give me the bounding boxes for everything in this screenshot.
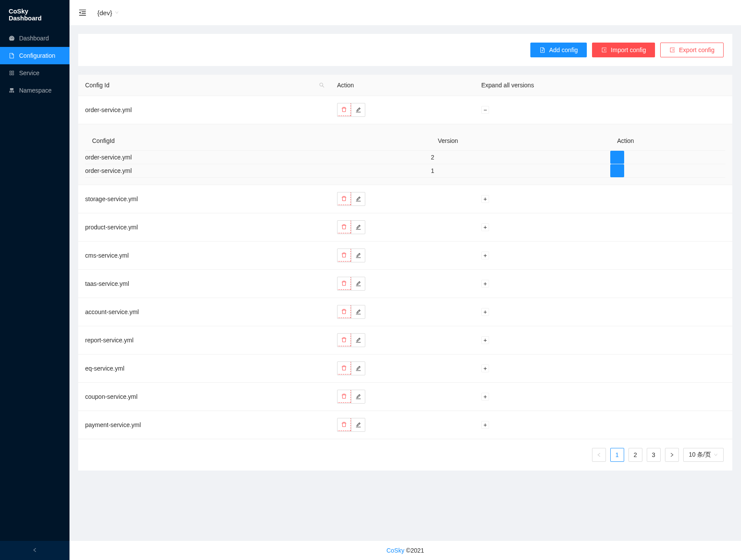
footer-link[interactable]: CoSky	[387, 547, 404, 554]
cell-action	[330, 411, 474, 439]
row-actions	[337, 103, 365, 117]
cell-action	[330, 242, 474, 270]
sidebar-menu: Dashboard Configuration Service Namespac…	[0, 30, 69, 541]
page-size-label: 10 条/页	[689, 451, 711, 459]
row-actions	[337, 361, 365, 375]
edit-button[interactable]	[351, 305, 365, 318]
export-icon	[669, 47, 675, 53]
config-table: Config Id Action Expand all versions ord…	[78, 75, 732, 439]
expand-toggle[interactable]: +	[481, 223, 489, 231]
expand-toggle[interactable]: +	[481, 336, 489, 344]
menu-fold-icon[interactable]	[78, 8, 87, 17]
cell-action	[330, 298, 474, 326]
nested-row: ConfigIdVersionActionorder-service.yml2o…	[78, 124, 732, 185]
delete-button[interactable]	[337, 333, 351, 346]
expand-toggle[interactable]: +	[481, 364, 489, 372]
edit-button[interactable]	[351, 418, 365, 431]
pagination-page-1[interactable]: 1	[610, 448, 624, 462]
export-config-button[interactable]: Export config	[660, 43, 724, 57]
chevron-down-icon	[714, 453, 718, 457]
cell-expand: +	[474, 326, 732, 355]
expand-toggle[interactable]: +	[481, 421, 489, 429]
pagination-page-3[interactable]: 3	[647, 448, 661, 462]
file-icon	[9, 53, 15, 59]
rollback-button[interactable]	[610, 151, 624, 164]
cell-config-id: payment-service.yml	[78, 411, 330, 439]
import-config-label: Import config	[611, 46, 646, 53]
edit-button[interactable]	[351, 334, 365, 347]
page-size-selector[interactable]: 10 条/页	[683, 448, 724, 462]
sidebar-item-label: Dashboard	[19, 35, 49, 42]
file-add-icon	[539, 47, 546, 53]
expand-toggle[interactable]: +	[481, 195, 489, 203]
expand-toggle[interactable]: +	[481, 252, 489, 259]
delete-button[interactable]	[337, 361, 351, 374]
delete-button[interactable]	[337, 418, 351, 431]
cell-version-config-id: order-service.yml	[85, 151, 431, 164]
add-config-button[interactable]: Add config	[530, 43, 587, 57]
cell-action	[330, 96, 474, 124]
search-icon[interactable]	[319, 82, 325, 88]
table-row: product-service.yml+	[78, 213, 732, 242]
table-row: storage-service.yml+	[78, 185, 732, 213]
delete-button[interactable]	[337, 220, 351, 233]
row-actions	[337, 192, 365, 206]
column-header-action: Action	[330, 75, 474, 96]
import-config-button[interactable]: Import config	[592, 43, 655, 57]
cell-config-id: taas-service.yml	[78, 270, 330, 298]
edit-button[interactable]	[351, 221, 365, 234]
cell-config-id: coupon-service.yml	[78, 383, 330, 411]
table-row: payment-service.yml+	[78, 411, 732, 439]
import-icon	[601, 47, 607, 53]
delete-button[interactable]	[337, 305, 351, 318]
table-row: taas-service.yml+	[78, 270, 732, 298]
pagination-page-2[interactable]: 2	[629, 448, 642, 462]
cell-version-action	[610, 164, 725, 178]
edit-button[interactable]	[351, 103, 365, 116]
table-row: report-service.yml+	[78, 326, 732, 355]
deployment-icon	[9, 87, 15, 93]
content: Add config Import config Export config	[69, 25, 741, 541]
table-row: coupon-service.yml+	[78, 383, 732, 411]
cell-action	[330, 383, 474, 411]
add-config-label: Add config	[549, 46, 578, 53]
expand-toggle[interactable]: +	[481, 308, 489, 316]
delete-button[interactable]	[337, 192, 351, 205]
sidebar-item-service[interactable]: Service	[0, 64, 69, 82]
pagination-next[interactable]	[665, 448, 679, 462]
table-row: cms-service.yml+	[78, 242, 732, 270]
chevron-left-icon	[596, 452, 602, 457]
delete-button[interactable]	[337, 390, 351, 403]
sidebar-item-label: Service	[19, 70, 40, 76]
delete-button[interactable]	[337, 103, 351, 116]
namespace-selector[interactable]: {dev}	[97, 9, 119, 17]
expand-toggle[interactable]: −	[481, 106, 489, 114]
delete-button[interactable]	[337, 277, 351, 290]
table-row: account-service.yml+	[78, 298, 732, 326]
export-config-label: Export config	[679, 46, 715, 53]
toolbar: Add config Import config Export config	[78, 34, 732, 66]
sidebar-collapse-trigger[interactable]	[0, 541, 69, 560]
cell-config-id: eq-service.yml	[78, 355, 330, 383]
edit-button[interactable]	[351, 362, 365, 375]
edit-button[interactable]	[351, 277, 365, 290]
cell-action	[330, 270, 474, 298]
expand-toggle[interactable]: +	[481, 280, 489, 288]
delete-button[interactable]	[337, 249, 351, 262]
expand-toggle[interactable]: +	[481, 393, 489, 401]
pagination-prev[interactable]	[592, 448, 606, 462]
sidebar-item-label: Namespace	[19, 87, 52, 94]
edit-button[interactable]	[351, 390, 365, 403]
sidebar-item-namespace[interactable]: Namespace	[0, 82, 69, 99]
cell-action	[330, 355, 474, 383]
row-actions	[337, 220, 365, 234]
cell-expand: +	[474, 213, 732, 242]
sidebar-item-dashboard[interactable]: Dashboard	[0, 30, 69, 47]
version-header-config-id: ConfigId	[85, 131, 431, 151]
edit-button[interactable]	[351, 249, 365, 262]
sidebar-item-configuration[interactable]: Configuration	[0, 47, 69, 64]
rollback-button[interactable]	[610, 164, 624, 177]
version-header-action: Action	[610, 131, 725, 151]
edit-button[interactable]	[351, 192, 365, 205]
cell-expand: −	[474, 96, 732, 124]
